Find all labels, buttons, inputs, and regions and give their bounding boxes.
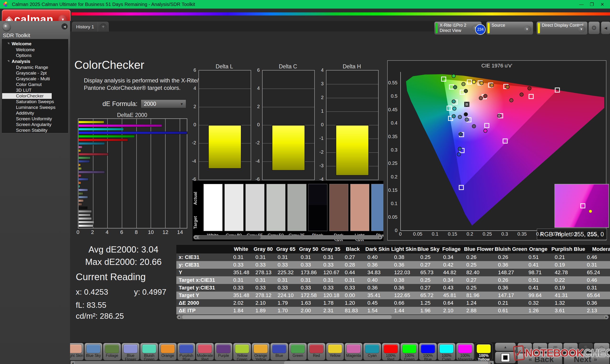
patch-button-yellow[interactable]: Yellow xyxy=(326,343,344,360)
de-formula-dropdown[interactable]: 2000 ▼ xyxy=(141,100,186,108)
toolbar-mini-button-3[interactable]: ▥ xyxy=(548,343,563,352)
sidebar-item-screen-angularity[interactable]: Screen Angularity xyxy=(2,122,68,128)
cie-measurement-dot xyxy=(457,153,461,156)
table-cell: 2.00 xyxy=(297,308,320,314)
de-bar-light-skin xyxy=(78,199,84,202)
restore-button[interactable]: ❐ xyxy=(587,0,597,9)
patch-button-100-green[interactable]: 100% Green xyxy=(400,343,418,360)
table-cell: 82.40 xyxy=(463,269,495,276)
patch-button-orange[interactable]: Orange xyxy=(159,343,177,360)
swatch-scrollbar[interactable]: ◀ ▶ xyxy=(194,235,382,239)
table-cell: 0.33 xyxy=(297,285,320,291)
toolbar-mini-button-5[interactable]: S xyxy=(579,343,593,352)
sidebar-item-additivity[interactable]: Additivity xyxy=(2,110,68,116)
de-bar-black xyxy=(78,207,88,209)
table-cell: 0.38 xyxy=(391,254,417,260)
table-cell: 0.25 xyxy=(463,262,495,268)
sidebar-item-saturation-sweeps[interactable]: Saturation Sweeps xyxy=(2,99,68,104)
patch-button-magenta[interactable]: Magenta xyxy=(345,343,363,360)
cie-target-square xyxy=(459,185,464,190)
tree-group-welcome[interactable]: Welcome xyxy=(2,41,68,47)
patch-button-cyan[interactable]: Cyan xyxy=(363,343,381,360)
close-button[interactable]: ✕ xyxy=(597,0,608,9)
scroll-right-icon[interactable]: ▶ xyxy=(378,235,382,239)
sidebar-item-options[interactable]: Options xyxy=(2,53,68,58)
sidebar-item-luminance-sweeps[interactable]: Luminance Sweeps xyxy=(2,104,68,110)
display-control-dropdown[interactable]: Direct Display Control ▼ xyxy=(536,21,588,35)
table-cell: 122.03 xyxy=(391,269,417,276)
patch-button-100-magenta[interactable]: 100% Magenta xyxy=(456,343,474,360)
patch-label: Blue Flower xyxy=(122,354,139,361)
patch-button-green[interactable]: Green xyxy=(289,343,307,360)
sidebar-knob-button[interactable] xyxy=(2,23,11,31)
window-pattern-button[interactable] xyxy=(495,352,516,363)
table-cell: 351.48 xyxy=(230,269,252,276)
tab-history-1[interactable]: History 1 xyxy=(72,22,98,32)
patch-button-100-cyan[interactable]: 100% Cyan xyxy=(438,343,455,360)
patch-list-up-button[interactable]: ▲ xyxy=(495,343,516,351)
cie-measurement-dot xyxy=(452,99,455,104)
patch-button-yellow-green[interactable]: Yellow Green xyxy=(233,343,251,360)
cie-measurement-dot xyxy=(458,115,462,119)
table-scrollbar[interactable]: ◀ ▶ xyxy=(177,315,609,319)
patch-button-foliage[interactable]: Foliage xyxy=(103,343,121,360)
meter-dropdown[interactable]: X-Rite i1Pro 2 Direct View ▼ xyxy=(434,21,482,35)
patch-button-orange-yellow[interactable]: Orange Yellow xyxy=(252,343,270,360)
sidebar-item-3d-lut[interactable]: 3D LUT xyxy=(2,87,68,93)
scrollbar-thumb[interactable] xyxy=(284,361,489,364)
sidebar-collapse-button[interactable]: ◀ xyxy=(62,23,68,29)
scrollbar-thumb[interactable] xyxy=(199,235,261,239)
patch-button-blue[interactable]: Blue xyxy=(270,343,288,360)
sidebar-item-grayscale-multi[interactable]: Grayscale - Multi xyxy=(2,76,68,82)
back-button[interactable]: « Back xyxy=(518,353,562,364)
cie-measurement-dot xyxy=(497,114,501,118)
scrollbar-thumb[interactable] xyxy=(182,315,392,319)
patch-label: Magenta xyxy=(345,354,363,358)
add-tab-button[interactable]: + xyxy=(98,22,109,32)
scroll-right-icon[interactable]: ▶ xyxy=(604,315,609,319)
patch-button-100-red[interactable]: 100% Red xyxy=(382,343,400,360)
sidebar-item-screen-stability[interactable]: Screen Stability xyxy=(2,128,68,133)
sidebar-item-dynamic-range[interactable]: Dynamic Range xyxy=(2,65,68,70)
scroll-left-icon[interactable]: ◀ xyxy=(71,361,75,364)
table-cell: 1.70 xyxy=(274,308,297,314)
table-cell: 0.34 xyxy=(440,254,463,260)
sidebar-item-screen-uniformity[interactable]: Screen Uniformity xyxy=(2,116,68,122)
table-cell: 81.83 xyxy=(341,308,364,314)
de-bar-orange xyxy=(78,182,81,184)
patch-color-chip xyxy=(365,344,379,353)
patch-color-chip xyxy=(309,344,324,353)
sidebar-item-color-gamut[interactable]: Color Gamut xyxy=(2,82,68,87)
toolbar-mini-button-4[interactable]: ∞ xyxy=(563,343,578,352)
settings-button[interactable]: ⚙ xyxy=(588,21,600,34)
cie-target-square xyxy=(484,123,489,128)
scroll-left-icon[interactable]: ◀ xyxy=(177,315,181,319)
toolbar-mini-button-1[interactable]: ▪ xyxy=(518,343,532,352)
sidebar-item-colorchecker[interactable]: ColorChecker xyxy=(2,93,52,99)
toolbar-mini-button-2[interactable]: ▶ xyxy=(533,343,547,352)
toolbar-mini-button-6[interactable]: ◠ xyxy=(594,343,610,352)
patch-label: Bluish Green xyxy=(140,354,158,361)
scroll-right-icon[interactable]: ▶ xyxy=(489,361,494,364)
patch-button-100-blue[interactable]: 100% Blue xyxy=(419,343,437,360)
patch-button-light-skin[interactable]: Light Skin xyxy=(70,343,84,360)
patch-button-purple[interactable]: Purple xyxy=(214,343,233,360)
sidebar-item-welcome[interactable]: Welcome xyxy=(2,47,68,53)
next-button[interactable]: Next » xyxy=(564,353,610,364)
panel-collapse-button[interactable]: ◀ xyxy=(601,21,610,34)
sidebar-item-grayscale-2pt[interactable]: Grayscale - 2pt xyxy=(2,70,68,76)
patch-button-blue-flower[interactable]: Blue Flower xyxy=(121,343,140,360)
patch-button-purplish-blue[interactable]: Purplish Blue xyxy=(177,343,195,360)
patch-bar-scrollbar[interactable]: ◀ ▶ xyxy=(71,361,494,364)
patch-button-blue-sky[interactable]: Blue Sky xyxy=(84,343,103,360)
scroll-left-icon[interactable]: ◀ xyxy=(194,235,198,239)
table-cell: 1.63 xyxy=(297,300,320,306)
patch-button-red[interactable]: Red xyxy=(307,343,325,360)
patch-button-moderate-red[interactable]: Moderate Red xyxy=(196,343,214,360)
tree-group-analysis[interactable]: Analysis xyxy=(2,58,68,65)
source-dropdown[interactable]: Source ▼ xyxy=(486,21,533,35)
de-bar-dark-skin xyxy=(78,203,82,206)
minimize-button[interactable]: — xyxy=(576,0,587,9)
patch-button-100-yellow[interactable]: 100% Yellow xyxy=(475,343,493,360)
patch-button-bluish-green[interactable]: Bluish Green xyxy=(140,343,158,360)
